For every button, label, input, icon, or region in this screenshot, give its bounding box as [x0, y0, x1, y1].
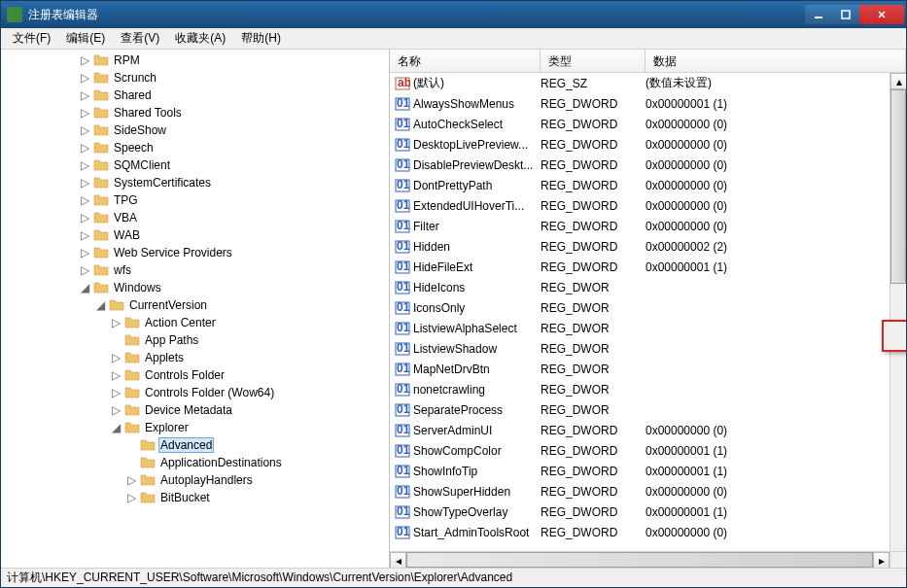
list-row[interactable]: Start_AdminToolsRootREG_DWORD0x00000000 …: [390, 522, 906, 542]
titlebar[interactable]: 注册表编辑器: [1, 1, 906, 28]
tree-node[interactable]: ▷SideShow: [1, 121, 389, 139]
tree-toggle-icon[interactable]: ▷: [79, 212, 90, 224]
list-row[interactable]: (默认)REG_SZ(数值未设置): [390, 73, 906, 93]
tree-label[interactable]: SQMClient: [112, 158, 172, 172]
tree-node[interactable]: ▷Shared Tools: [1, 104, 389, 121]
tree-label[interactable]: CurrentVersion: [127, 298, 209, 312]
tree-node[interactable]: ▷wfs: [1, 261, 389, 279]
tree-node[interactable]: ▷Web Service Providers: [1, 244, 389, 261]
tree-node[interactable]: ApplicationDestinations: [1, 454, 389, 471]
tree-toggle-icon[interactable]: ▷: [79, 89, 90, 101]
tree-label[interactable]: wfs: [112, 263, 133, 277]
list-row[interactable]: HiddenREG_DWORD0x00000002 (2): [390, 236, 906, 257]
tree-toggle-icon[interactable]: ▷: [110, 387, 122, 398]
scroll-thumb-v[interactable]: [890, 89, 906, 284]
tree-toggle-icon[interactable]: ▷: [79, 177, 90, 189]
tree-node[interactable]: ◢CurrentVersion: [1, 296, 389, 314]
col-data[interactable]: 数据: [645, 50, 906, 72]
tree-label[interactable]: BitBucket: [158, 491, 212, 504]
tree-toggle-icon[interactable]: ◢: [94, 299, 106, 311]
tree-label[interactable]: ApplicationDestinations: [158, 456, 284, 469]
tree-label[interactable]: Action Center: [143, 316, 218, 329]
list-row[interactable]: FilterREG_DWORD0x00000000 (0): [390, 216, 906, 236]
tree-node[interactable]: ▷Action Center: [1, 314, 389, 331]
tree-node[interactable]: ▷AutoplayHandlers: [1, 471, 389, 489]
list-row[interactable]: ExtendedUIHoverTi...REG_DWORD0x00000000 …: [390, 195, 906, 216]
tree-label[interactable]: Web Service Providers: [112, 246, 234, 259]
list-row[interactable]: ShowCompColorREG_DWORD0x00000001 (1): [390, 440, 906, 461]
tree-toggle-icon[interactable]: ▷: [79, 229, 90, 241]
tree-label[interactable]: App Paths: [143, 333, 200, 347]
tree-toggle-icon[interactable]: [125, 457, 137, 468]
list-row[interactable]: DesktopLivePreview...REG_DWORD0x00000000…: [390, 134, 906, 155]
scroll-up-button[interactable]: ▴: [890, 73, 906, 89]
tree-toggle-icon[interactable]: ▷: [110, 317, 122, 329]
list-row[interactable]: MapNetDrvBtnREG_DWOR: [390, 359, 906, 379]
tree-label[interactable]: Shared Tools: [112, 106, 184, 120]
tree-node[interactable]: ▷Device Metadata: [1, 401, 389, 419]
tree-label[interactable]: Scrunch: [112, 71, 158, 85]
horizontal-scrollbar[interactable]: ◂ ▸: [390, 551, 890, 568]
tree-node[interactable]: ◢Windows: [1, 279, 389, 296]
minimize-button[interactable]: [805, 5, 832, 24]
tree-toggle-icon[interactable]: ▷: [79, 72, 90, 84]
tree-label[interactable]: Controls Folder: [143, 368, 227, 382]
tree-toggle-icon[interactable]: ▷: [79, 54, 90, 66]
list-row[interactable]: nonetcrawlingREG_DWOR: [390, 379, 906, 399]
list-row[interactable]: ShowSuperHiddenREG_DWORD0x00000000 (0): [390, 481, 906, 502]
list-row[interactable]: HideFileExtREG_DWORD0x00000001 (1): [390, 257, 906, 277]
tree-toggle-icon[interactable]: ▷: [79, 264, 90, 276]
menu-help[interactable]: 帮助(H): [233, 28, 289, 49]
ctx-new[interactable]: 新建(N) ▸: [886, 324, 906, 348]
tree-toggle-icon[interactable]: [125, 439, 137, 451]
tree-toggle-icon[interactable]: ◢: [110, 422, 122, 433]
scroll-thumb-h[interactable]: [406, 552, 873, 568]
vertical-scrollbar[interactable]: ▴: [890, 73, 906, 551]
list-row[interactable]: AlwaysShowMenusREG_DWORD0x00000001 (1): [390, 93, 906, 114]
tree-node[interactable]: ▷Applets: [1, 349, 389, 366]
tree-label[interactable]: Controls Folder (Wow64): [143, 386, 276, 399]
list-row[interactable]: ListviewShadowREG_DWOR: [390, 338, 906, 359]
tree-label[interactable]: Advanced: [158, 437, 214, 453]
scroll-right-button[interactable]: ▸: [873, 552, 890, 568]
tree-label[interactable]: Shared: [112, 88, 154, 102]
col-name[interactable]: 名称: [390, 50, 541, 72]
tree-label[interactable]: Windows: [112, 281, 163, 294]
tree-toggle-icon[interactable]: [110, 334, 122, 346]
tree-label[interactable]: RPM: [112, 53, 142, 67]
tree-node[interactable]: ▷VBA: [1, 209, 389, 226]
tree-toggle-icon[interactable]: ▷: [79, 194, 90, 206]
tree-toggle-icon[interactable]: ◢: [79, 282, 90, 294]
tree-toggle-icon[interactable]: ▷: [110, 352, 122, 363]
list-row[interactable]: HideIconsREG_DWOR: [390, 277, 906, 297]
list-row[interactable]: ListviewAlphaSelectREG_DWOR: [390, 318, 906, 338]
list-row[interactable]: ShowInfoTipREG_DWORD0x00000001 (1): [390, 461, 906, 481]
list-body[interactable]: (默认)REG_SZ(数值未设置)AlwaysShowMenusREG_DWOR…: [390, 73, 906, 568]
tree-label[interactable]: WAB: [112, 228, 142, 242]
tree-toggle-icon[interactable]: ▷: [125, 474, 137, 486]
tree-node[interactable]: ◢Explorer: [1, 419, 389, 436]
menu-file[interactable]: 文件(F): [5, 28, 58, 49]
menu-favorites[interactable]: 收藏夹(A): [167, 28, 233, 49]
tree-node[interactable]: ▷RPM: [1, 52, 389, 69]
col-type[interactable]: 类型: [541, 50, 645, 72]
tree-label[interactable]: VBA: [112, 211, 139, 225]
tree-label[interactable]: SystemCertificates: [112, 176, 213, 190]
tree-toggle-icon[interactable]: ▷: [79, 159, 90, 171]
tree-node[interactable]: ▷Shared: [1, 86, 389, 104]
tree-toggle-icon[interactable]: ▷: [79, 107, 90, 119]
tree-toggle-icon[interactable]: ▷: [79, 247, 90, 259]
tree-node[interactable]: Advanced: [1, 436, 389, 454]
tree-toggle-icon[interactable]: ▷: [110, 404, 122, 416]
tree-toggle-icon[interactable]: ▷: [110, 369, 122, 381]
tree-node[interactable]: ▷WAB: [1, 226, 389, 244]
list-row[interactable]: ShowTypeOverlayREG_DWORD0x00000001 (1): [390, 502, 906, 522]
tree-label[interactable]: Explorer: [143, 421, 191, 434]
list-row[interactable]: ServerAdminUIREG_DWORD0x00000000 (0): [390, 420, 906, 440]
menu-edit[interactable]: 编辑(E): [58, 28, 113, 49]
close-button[interactable]: [859, 5, 904, 24]
list-row[interactable]: DontPrettyPathREG_DWORD0x00000000 (0): [390, 175, 906, 195]
tree-toggle-icon[interactable]: ▷: [79, 124, 90, 136]
tree-node[interactable]: ▷BitBucket: [1, 489, 389, 506]
tree-label[interactable]: Device Metadata: [143, 403, 234, 417]
